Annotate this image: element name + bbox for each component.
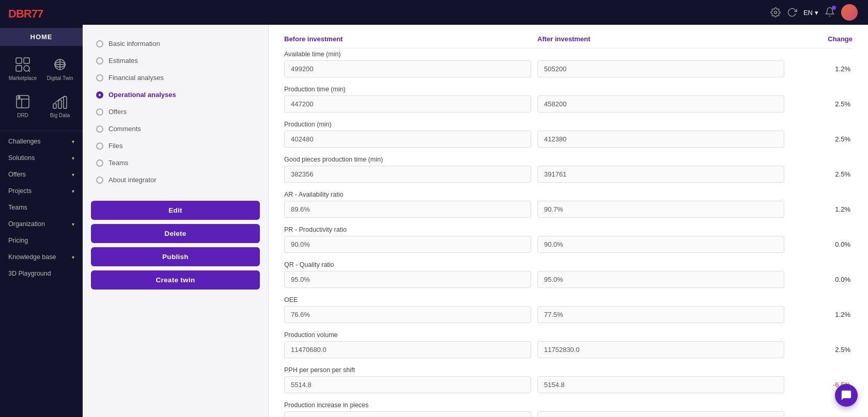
nav-operational-analyses[interactable]: Operational analyses <box>91 86 260 103</box>
row-label: AR - Availability ratio <box>284 191 853 198</box>
chevron-down-icon: ▾ <box>72 155 74 161</box>
nav-basic-information[interactable]: Basic information <box>91 35 260 52</box>
circle-icon <box>96 108 103 116</box>
sidebar-item-digital-twin[interactable]: Digital Twin <box>42 51 78 86</box>
before-input[interactable] <box>284 236 531 253</box>
sidebar-item-teams[interactable]: Teams <box>0 199 83 216</box>
nav-offers[interactable]: Offers <box>91 103 260 120</box>
circle-icon <box>96 74 103 82</box>
before-input[interactable] <box>284 341 531 358</box>
sidebar-item-pricing[interactable]: Pricing <box>0 232 83 249</box>
after-input[interactable] <box>537 411 784 417</box>
change-value: 2.5% <box>791 170 853 178</box>
before-input[interactable] <box>284 411 531 417</box>
nav-comments[interactable]: Comments <box>91 120 260 137</box>
before-input[interactable] <box>284 95 531 113</box>
sidebar-item-offers[interactable]: Offers ▾ <box>0 166 83 183</box>
delete-button[interactable]: Delete <box>91 224 260 243</box>
after-input[interactable] <box>537 60 784 77</box>
row-label: OEE <box>284 296 853 303</box>
after-input[interactable] <box>537 271 784 288</box>
chat-icon <box>841 390 852 401</box>
sidebar-item-marketplace[interactable]: Marketplace <box>5 51 40 86</box>
row-label: Available time (min) <box>284 51 853 58</box>
right-panel: Before investment After investment Chang… <box>269 25 868 417</box>
nav-files[interactable]: Files <box>91 137 260 154</box>
row-label: PR - Productivity ratio <box>284 226 853 233</box>
row-label: Good pieces production time (min) <box>284 156 853 163</box>
sidebar-knowledge-label: Knowledge base <box>8 253 56 261</box>
after-input[interactable] <box>537 131 784 148</box>
before-input[interactable] <box>284 60 531 77</box>
refresh-icon[interactable] <box>787 7 797 18</box>
create-twin-button[interactable]: Create twin <box>91 270 260 290</box>
drd-label: DRD <box>17 113 28 118</box>
circle-icon <box>96 159 103 167</box>
content-area: Basic information Estimates Financial an… <box>83 25 868 417</box>
nav-estimates[interactable]: Estimates <box>91 52 260 69</box>
sidebar-item-projects[interactable]: Projects ▾ <box>0 183 83 199</box>
sidebar-offers-label: Offers <box>8 171 26 178</box>
change-value: 2.5% <box>791 100 853 108</box>
change-value: 2.5% <box>791 135 853 143</box>
after-input[interactable] <box>537 95 784 113</box>
row-label: Production (min) <box>284 121 853 128</box>
action-buttons: Edit Delete Publish Create twin <box>91 201 260 290</box>
change-value: 2.5% <box>791 346 853 354</box>
marketplace-label: Marketplace <box>9 75 37 81</box>
left-panel: Basic information Estimates Financial an… <box>83 25 269 417</box>
table-row: PR - Productivity ratio 0.0% <box>284 226 853 253</box>
nav-about-integrator[interactable]: About integrator <box>91 171 260 188</box>
circle-icon <box>96 57 103 65</box>
chat-bubble[interactable] <box>835 384 858 407</box>
after-input[interactable] <box>537 236 784 253</box>
nav-teams-label: Teams <box>109 159 128 167</box>
nav-basic-information-label: Basic information <box>109 40 160 47</box>
before-input[interactable] <box>284 271 531 288</box>
nav-offers-label: Offers <box>109 108 127 116</box>
notification-bell[interactable] <box>825 7 835 19</box>
after-input[interactable] <box>537 376 784 393</box>
nav-teams[interactable]: Teams <box>91 154 260 171</box>
publish-button[interactable]: Publish <box>91 247 260 266</box>
after-input[interactable] <box>537 341 784 358</box>
sidebar-organization-label: Organization <box>8 220 45 228</box>
settings-icon[interactable] <box>770 7 781 18</box>
sidebar-item-solutions[interactable]: Solutions ▾ <box>0 150 83 166</box>
sidebar-item-bigdata[interactable]: Big Data <box>42 88 78 123</box>
sidebar-item-3d-playground[interactable]: 3D Playground <box>0 265 83 282</box>
after-input[interactable] <box>537 166 784 183</box>
logo-text: DBR77 <box>8 7 43 21</box>
svg-point-16 <box>774 11 777 14</box>
before-input[interactable] <box>284 166 531 183</box>
nav-estimates-label: Estimates <box>109 57 138 65</box>
sidebar-item-challenges[interactable]: Challenges ▾ <box>0 133 83 150</box>
sidebar-item-drd[interactable]: DRD <box>5 88 40 123</box>
svg-rect-0 <box>16 58 22 63</box>
table-row: AR - Availability ratio 1.2% <box>284 191 853 218</box>
language-selector[interactable]: EN ▾ <box>803 9 818 17</box>
after-input[interactable] <box>537 306 784 323</box>
row-inputs <box>284 411 853 417</box>
nav-financial-analyses[interactable]: Financial analyses <box>91 69 260 86</box>
sidebar-item-organization[interactable]: Organization ▾ <box>0 216 83 232</box>
digital-twin-label: Digital Twin <box>47 75 73 81</box>
sidebar-item-knowledge-base[interactable]: Knowledge base ▾ <box>0 249 83 265</box>
logo-number: 77 <box>32 7 43 20</box>
change-value: 1.2% <box>791 65 853 73</box>
table-row: Production (min) 2.5% <box>284 121 853 148</box>
before-input[interactable] <box>284 131 531 148</box>
before-input[interactable] <box>284 376 531 393</box>
after-input[interactable] <box>537 201 784 218</box>
sidebar-3d-label: 3D Playground <box>8 270 51 277</box>
user-avatar[interactable] <box>841 4 858 21</box>
row-label: Production time (min) <box>284 86 853 93</box>
before-input[interactable] <box>284 201 531 218</box>
edit-button[interactable]: Edit <box>91 201 260 220</box>
row-inputs: 1.2% <box>284 306 853 323</box>
row-inputs: -6.5% <box>284 376 853 393</box>
before-input[interactable] <box>284 306 531 323</box>
change-value: 0.0% <box>791 276 853 283</box>
table-header: Before investment After investment Chang… <box>284 35 853 49</box>
home-button[interactable]: HOME <box>0 28 83 46</box>
